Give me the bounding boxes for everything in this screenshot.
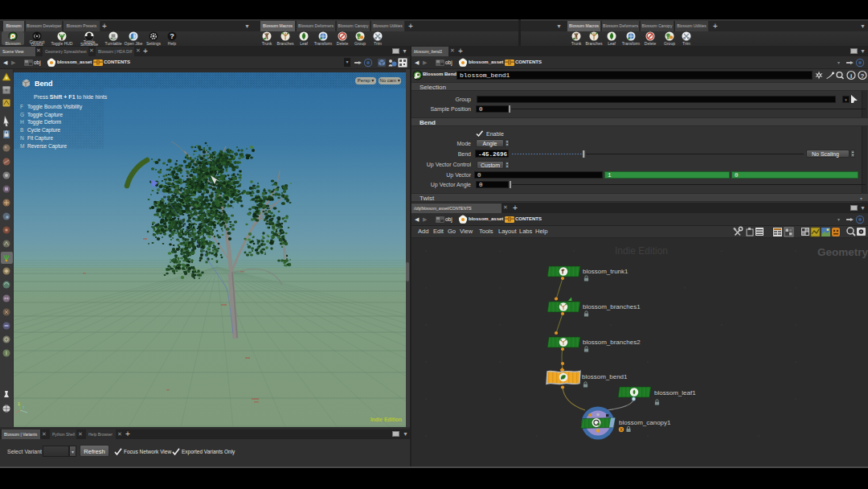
svg-text:Blossom: Blossom: [5, 41, 20, 46]
svg-text:Settings: Settings: [146, 41, 162, 46]
svg-text:Open Jibe: Open Jibe: [125, 41, 143, 46]
svg-text:Trunk: Trunk: [571, 41, 582, 46]
svg-text:1: 1: [18, 401, 20, 406]
svg-text:Leaf: Leaf: [300, 41, 308, 46]
svg-text:i: i: [850, 72, 852, 80]
svg-text:Group: Group: [354, 41, 366, 46]
svg-text:Trim: Trim: [374, 41, 382, 46]
svg-text:Help: Help: [168, 41, 177, 46]
svg-text:?: ?: [861, 72, 865, 80]
svg-text:Group: Group: [664, 41, 675, 46]
svg-text:Transform: Transform: [314, 41, 333, 46]
svg-text:Toggle HUD: Toggle HUD: [51, 41, 73, 46]
svg-text:Branches: Branches: [585, 41, 603, 46]
svg-text:Leaf: Leaf: [608, 41, 616, 46]
svg-text:Delete: Delete: [337, 41, 349, 46]
svg-text:Trunk: Trunk: [262, 41, 272, 46]
svg-text:Turntable: Turntable: [105, 41, 122, 46]
svg-text:Trim: Trim: [682, 41, 690, 46]
svg-text:Delete: Delete: [645, 41, 657, 46]
svg-text:Transform: Transform: [622, 41, 641, 46]
svg-text:z: z: [23, 405, 25, 409]
svg-text:Branches: Branches: [276, 41, 294, 46]
